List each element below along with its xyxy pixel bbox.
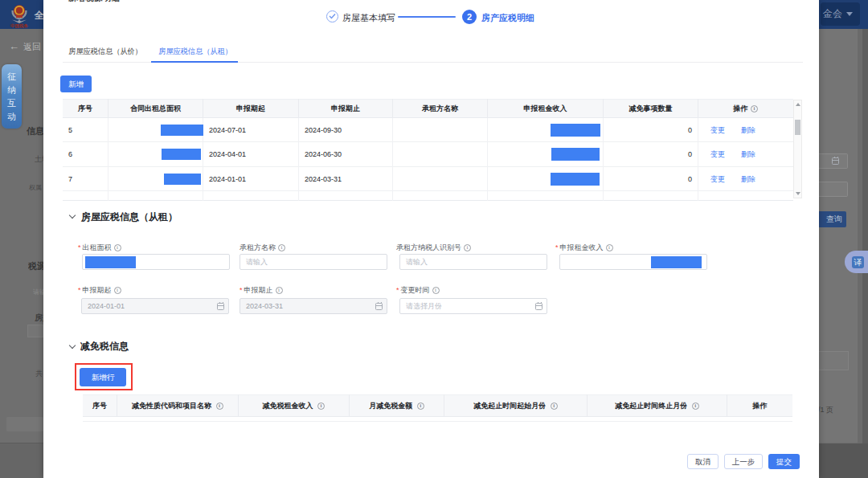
svg-text:中国税务: 中国税务 bbox=[10, 23, 29, 28]
